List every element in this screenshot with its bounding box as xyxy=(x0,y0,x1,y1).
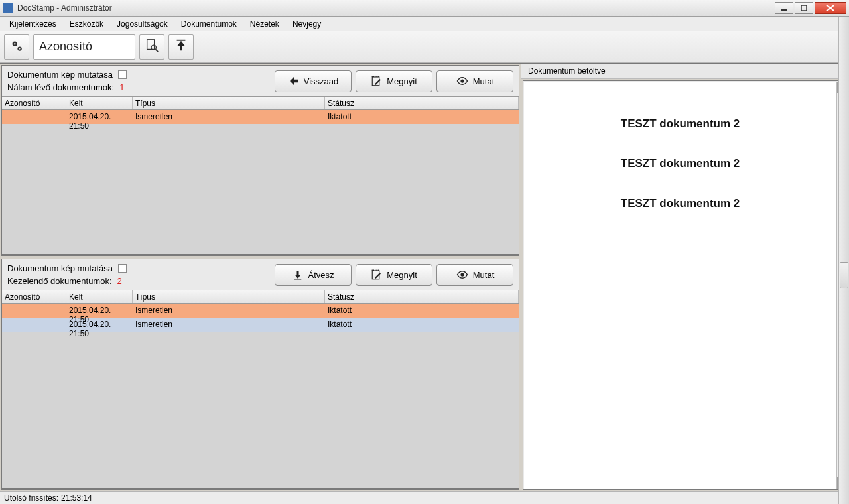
cell-tipus: Ismeretlen xyxy=(133,304,325,318)
menu-logout[interactable]: Kijelentkezés xyxy=(3,17,63,31)
return-button[interactable]: Visszaad xyxy=(275,70,352,92)
menu-documents[interactable]: Dokumentumok xyxy=(174,17,243,31)
notepad-edit-icon xyxy=(371,75,383,87)
cell-status: Iktatott xyxy=(325,110,519,124)
menu-permissions[interactable]: Jogosultságok xyxy=(110,17,174,31)
svg-line-10 xyxy=(156,50,159,52)
upload-button[interactable] xyxy=(168,34,194,60)
window-minimize-button[interactable] xyxy=(775,2,793,14)
my-documents-panel: Dokumentum kép mutatása Nálam lévő dokum… xyxy=(1,65,519,256)
menu-views[interactable]: Nézetek xyxy=(243,17,286,31)
document-preview-viewport[interactable]: TESZT dokumentum 2 TESZT dokumentum 2 TE… xyxy=(524,82,836,489)
window-scrollbar[interactable] xyxy=(838,17,849,504)
eye-icon xyxy=(456,269,469,281)
table-row[interactable]: 2015.04.20. 21:50 Ismeretlen Iktatott xyxy=(2,304,519,318)
grid-body: 2015.04.20. 21:50 Ismeretlen Iktatott 20… xyxy=(2,304,519,489)
svg-rect-1 xyxy=(801,5,807,11)
last-refresh-label: Utolsó frissítés: xyxy=(4,493,58,503)
scrollbar-thumb[interactable] xyxy=(840,262,848,288)
svg-point-13 xyxy=(460,79,464,82)
my-docs-count-value: 1 xyxy=(119,82,124,92)
preview-status-label: Dokumentum betöltve xyxy=(521,64,849,79)
identifier-search-input[interactable] xyxy=(33,34,135,60)
show-image-checkbox[interactable] xyxy=(118,70,127,79)
document-preview-panel: Dokumentum betöltve TESZT dokumentum 2 T… xyxy=(521,64,849,491)
svg-rect-11 xyxy=(177,40,186,41)
notepad-edit-icon xyxy=(371,269,383,281)
app-icon xyxy=(3,3,13,13)
cell-kelt: 2015.04.20. 21:50 xyxy=(66,304,133,318)
grid-body: 2015.04.20. 21:50 Ismeretlen Iktatott xyxy=(2,110,519,255)
col-kelt-header[interactable]: Kelt xyxy=(66,97,133,109)
window-maximize-button[interactable] xyxy=(795,2,813,14)
col-tipus-header[interactable]: Típus xyxy=(133,290,325,303)
return-button-label: Visszaad xyxy=(304,76,339,86)
download-icon xyxy=(292,269,304,281)
svg-rect-8 xyxy=(147,40,155,50)
cell-status: Iktatott xyxy=(325,318,519,332)
open-button-label: Megnyit xyxy=(387,270,417,280)
menu-tools[interactable]: Eszközök xyxy=(63,17,110,31)
gears-icon xyxy=(9,38,24,55)
menu-bar: Kijelentkezés Eszközök Jogosultságok Dok… xyxy=(0,17,849,31)
col-kelt-header[interactable]: Kelt xyxy=(66,290,133,303)
cell-tipus: Ismeretlen xyxy=(133,110,325,124)
svg-point-7 xyxy=(19,48,20,49)
window-titlebar: DocStamp - Adminisztrátor xyxy=(0,0,849,17)
show-image-checkbox[interactable] xyxy=(118,264,127,273)
cell-tipus: Ismeretlen xyxy=(133,318,325,332)
pending-count-label: Kezelendő dokumentumok: xyxy=(7,276,112,286)
table-row[interactable]: 2015.04.20. 21:50 Ismeretlen Iktatott xyxy=(2,318,519,332)
svg-point-5 xyxy=(14,43,16,45)
col-id-header[interactable]: Azonosító xyxy=(2,290,66,303)
grid-header: Azonosító Kelt Típus Státusz xyxy=(2,290,519,304)
eye-icon xyxy=(456,75,469,87)
show-image-label: Dokumentum kép mutatása xyxy=(7,70,113,80)
pending-documents-panel: Dokumentum kép mutatása Kezelendő dokume… xyxy=(1,259,519,490)
preview-text-line: TESZT dokumentum 2 xyxy=(621,117,740,131)
grid-header: Azonosító Kelt Típus Státusz xyxy=(2,97,519,110)
cell-id xyxy=(2,318,66,332)
show-button-label: Mutat xyxy=(473,76,495,86)
open-button-label: Megnyit xyxy=(387,76,417,86)
take-button-label: Átvesz xyxy=(308,270,334,280)
col-tipus-header[interactable]: Típus xyxy=(133,97,325,109)
page-magnifier-icon xyxy=(145,38,159,55)
my-documents-grid[interactable]: Azonosító Kelt Típus Státusz 2015.04.20.… xyxy=(2,96,519,255)
open-button[interactable]: Megnyit xyxy=(356,70,432,92)
col-id-header[interactable]: Azonosító xyxy=(2,97,66,109)
show-button[interactable]: Mutat xyxy=(436,264,513,286)
col-status-header[interactable]: Státusz xyxy=(325,97,519,109)
document-search-button[interactable] xyxy=(139,34,164,60)
last-refresh-value: 21:53:14 xyxy=(61,493,92,503)
cell-id xyxy=(2,110,66,124)
toolbar xyxy=(0,31,849,63)
window-close-button[interactable] xyxy=(815,2,846,14)
window-title: DocStamp - Adminisztrátor xyxy=(17,3,112,13)
preview-text-line: TESZT dokumentum 2 xyxy=(621,197,740,210)
cell-kelt: 2015.04.20. 21:50 xyxy=(66,318,133,332)
svg-point-16 xyxy=(460,273,464,276)
cell-status: Iktatott xyxy=(325,304,519,318)
my-docs-count-label: Nálam lévő dokumentumok: xyxy=(7,82,114,92)
take-button[interactable]: Átvesz xyxy=(275,264,352,286)
preview-text-line: TESZT dokumentum 2 xyxy=(621,157,740,170)
menu-about[interactable]: Névjegy xyxy=(286,17,328,31)
settings-button[interactable] xyxy=(4,34,29,60)
open-button[interactable]: Megnyit xyxy=(356,264,432,286)
show-image-label: Dokumentum kép mutatása xyxy=(7,263,113,273)
svg-rect-14 xyxy=(294,279,302,280)
upload-icon xyxy=(174,38,188,55)
show-button-label: Mutat xyxy=(473,270,495,280)
cell-id xyxy=(2,304,66,318)
table-row[interactable]: 2015.04.20. 21:50 Ismeretlen Iktatott xyxy=(2,110,519,124)
show-button[interactable]: Mutat xyxy=(436,70,513,92)
cell-kelt: 2015.04.20. 21:50 xyxy=(66,110,133,124)
pending-documents-grid[interactable]: Azonosító Kelt Típus Státusz 2015.04.20.… xyxy=(2,290,519,489)
col-status-header[interactable]: Státusz xyxy=(325,290,519,303)
status-bar: Utolsó frissítés: 21:53:14 xyxy=(0,491,849,504)
return-icon xyxy=(288,75,300,87)
pending-count-value: 2 xyxy=(117,276,122,286)
